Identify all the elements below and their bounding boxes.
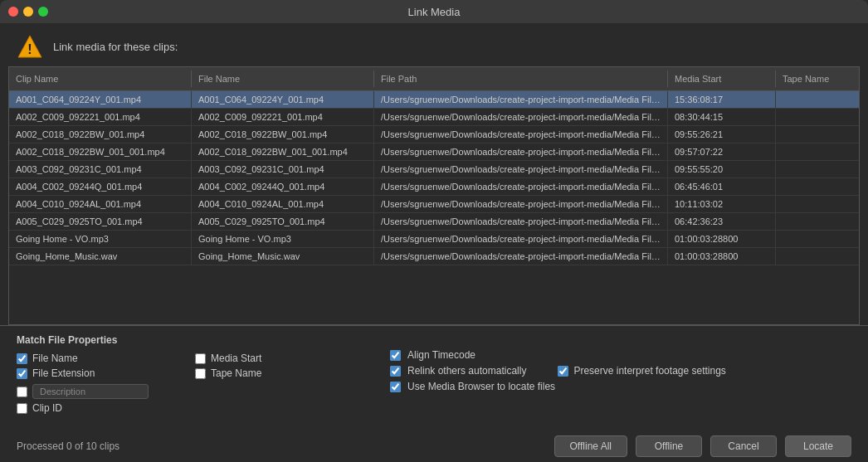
table-cell-3: 09:55:26:21 [668, 126, 776, 143]
table-cell-0: A005_C029_0925TO_001.mp4 [9, 213, 192, 230]
relink-others-label: Relink others automatically [407, 365, 526, 377]
table-cell-4 [776, 196, 859, 212]
table-cell-1: A003_C092_09231C_001.mp4 [192, 161, 374, 178]
table-cell-3: 06:42:36:23 [668, 213, 776, 230]
table-cell-3: 01:00:03:28800 [668, 248, 776, 265]
table-cell-3: 09:55:55:20 [668, 161, 776, 178]
file-name-row: File Name [17, 353, 187, 364]
table-row[interactable]: Going_Home_Music.wavGoing_Home_Music.wav… [9, 248, 859, 265]
table-cell-4 [776, 109, 859, 125]
table-row[interactable]: A001_C064_09224Y_001.mp4A001_C064_09224Y… [9, 91, 859, 109]
media-start-row: Media Start [195, 353, 365, 364]
table-row[interactable]: A002_C018_0922BW_001.mp4A002_C018_0922BW… [9, 126, 859, 143]
clip-id-checkbox[interactable] [17, 403, 27, 414]
col-tape-name: Tape Name [776, 71, 859, 87]
file-extension-label: File Extension [32, 367, 95, 379]
status-bar: Processed 0 of 10 clips Offline All Offl… [0, 429, 868, 462]
table-cell-1: A002_C009_092221_001.mp4 [192, 109, 374, 125]
table-cell-4 [776, 231, 859, 247]
table-cell-2: /Users/sgruenwe/Downloads/create-project… [374, 161, 668, 178]
file-extension-row: File Extension [17, 367, 187, 379]
locate-button[interactable]: Locate [785, 435, 851, 457]
clip-id-label: Clip ID [32, 402, 62, 414]
use-media-browser-checkbox[interactable] [390, 382, 401, 392]
table-cell-4 [776, 213, 859, 230]
minimize-button[interactable] [23, 7, 33, 17]
table-cell-4 [776, 143, 859, 160]
table-cell-2: /Users/sgruenwe/Downloads/create-project… [374, 178, 668, 195]
table-cell-2: /Users/sgruenwe/Downloads/create-project… [374, 196, 668, 212]
table-cell-3: 15:36:08:17 [668, 91, 776, 108]
table-cell-2: /Users/sgruenwe/Downloads/create-project… [374, 91, 668, 108]
table-cell-0: A002_C018_0922BW_001.mp4 [9, 126, 192, 143]
table-cell-0: A002_C009_092221_001.mp4 [9, 109, 192, 125]
preserve-interpret-label: Preserve interpret footage settings [573, 365, 725, 377]
offline-button[interactable]: Offline [636, 435, 702, 457]
description-checkbox[interactable] [17, 387, 27, 397]
table-cell-0: Going_Home_Music.wav [9, 248, 192, 265]
relink-others-row: Relink others automatically Preserve int… [390, 365, 851, 377]
header-text: Link media for these clips: [53, 41, 178, 53]
tape-name-checkbox[interactable] [195, 368, 206, 379]
file-extension-checkbox[interactable] [17, 368, 27, 379]
table-cell-2: /Users/sgruenwe/Downloads/create-project… [374, 213, 668, 230]
table-cell-1: A002_C018_0922BW_001.mp4 [192, 126, 374, 143]
table-cell-2: /Users/sgruenwe/Downloads/create-project… [374, 248, 668, 265]
window-title: Link Media [408, 6, 461, 18]
table-cell-1: A004_C002_09244Q_001.mp4 [192, 178, 374, 195]
title-bar: Link Media [0, 0, 868, 23]
warning-icon: ! [17, 33, 43, 60]
align-timecode-checkbox[interactable] [390, 350, 401, 361]
relink-others-checkbox[interactable] [390, 366, 401, 377]
main-content: ! Link media for these clips: Clip Name … [0, 23, 868, 462]
description-select[interactable]: Description [32, 384, 149, 399]
clip-id-row: Clip ID [17, 402, 365, 414]
table-row[interactable]: A004_C010_0924AL_001.mp4A004_C010_0924AL… [9, 196, 859, 213]
use-media-browser-row: Use Media Browser to locate files [390, 381, 851, 392]
table-cell-4 [776, 161, 859, 178]
table-cell-4 [776, 248, 859, 265]
table-cell-1: Going Home - VO.mp3 [192, 231, 374, 247]
right-options: Align Timecode Relink others automatical… [390, 334, 851, 414]
table-cell-4 [776, 126, 859, 143]
table-row[interactable]: A004_C002_09244Q_001.mp4A004_C002_09244Q… [9, 178, 859, 196]
table-body[interactable]: A001_C064_09224Y_001.mp4A001_C064_09224Y… [9, 91, 859, 325]
bottom-area: Match File Properties File Name Media St… [0, 325, 868, 429]
table-cell-0: A004_C010_0924AL_001.mp4 [9, 196, 192, 212]
close-button[interactable] [8, 7, 18, 17]
use-media-browser-label: Use Media Browser to locate files [407, 381, 555, 392]
table-cell-0: A003_C092_09231C_001.mp4 [9, 161, 192, 178]
table-cell-0: A004_C002_09244Q_001.mp4 [9, 178, 192, 195]
table-row[interactable]: A005_C029_0925TO_001.mp4A005_C029_0925TO… [9, 213, 859, 231]
offline-all-button[interactable]: Offline All [554, 435, 627, 457]
table-cell-2: /Users/sgruenwe/Downloads/create-project… [374, 109, 668, 125]
button-group: Offline All Offline Cancel Locate [554, 435, 851, 457]
cancel-button[interactable]: Cancel [710, 435, 777, 457]
table-row[interactable]: Going Home - VO.mp3Going Home - VO.mp3/U… [9, 231, 859, 248]
table-cell-1: A004_C010_0924AL_001.mp4 [192, 196, 374, 212]
file-name-checkbox[interactable] [17, 353, 27, 364]
preserve-interpret-checkbox[interactable] [558, 366, 568, 377]
table-cell-0: A001_C064_09224Y_001.mp4 [9, 91, 192, 108]
table-cell-1: A001_C064_09224Y_001.mp4 [192, 91, 374, 108]
window-controls[interactable] [8, 7, 48, 17]
media-start-checkbox[interactable] [195, 353, 206, 364]
file-name-label: File Name [32, 353, 78, 364]
table-row[interactable]: A002_C009_092221_001.mp4A002_C009_092221… [9, 109, 859, 126]
table-cell-4 [776, 91, 859, 108]
col-media-start: Media Start [668, 71, 776, 87]
table-row[interactable]: A003_C092_09231C_001.mp4A003_C092_09231C… [9, 161, 859, 178]
svg-text:!: ! [27, 42, 32, 56]
table-cell-1: A002_C018_0922BW_001_001.mp4 [192, 143, 374, 160]
table-cell-0: A002_C018_0922BW_001_001.mp4 [9, 143, 192, 160]
table-row[interactable]: A002_C018_0922BW_001_001.mp4A002_C018_09… [9, 143, 859, 161]
table-cell-2: /Users/sgruenwe/Downloads/create-project… [374, 143, 668, 160]
header-area: ! Link media for these clips: [0, 23, 868, 66]
maximize-button[interactable] [38, 7, 48, 17]
align-timecode-label: Align Timecode [407, 349, 475, 361]
checkboxes-grid: File Name Media Start File Extension Tap… [17, 353, 365, 379]
match-file-properties: Match File Properties File Name Media St… [17, 334, 365, 414]
col-clip-name: Clip Name [9, 71, 192, 87]
table-cell-2: /Users/sgruenwe/Downloads/create-project… [374, 126, 668, 143]
col-file-path: File Path [374, 71, 668, 87]
